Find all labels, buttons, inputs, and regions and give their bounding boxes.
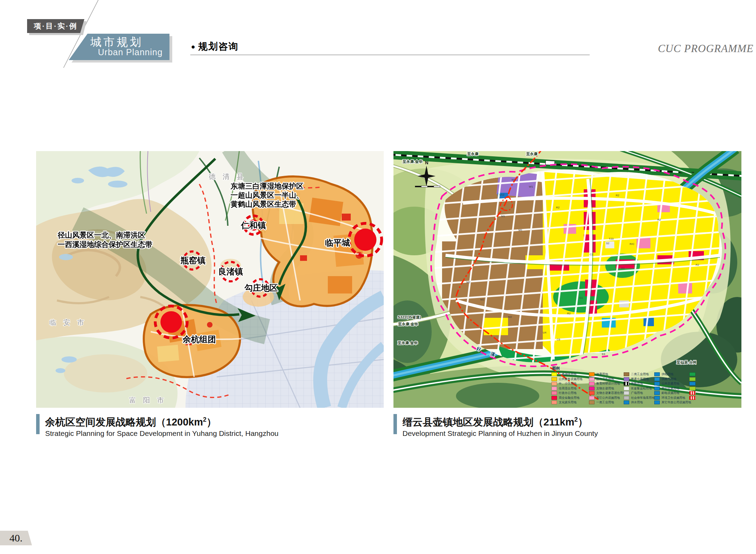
annotation-ne-line3: 黄鹤山风景区生态带: [230, 200, 296, 208]
legend-chip: [689, 396, 696, 400]
caption-accent-bar: [393, 414, 397, 434]
legend-label: 体育用地: [596, 373, 608, 376]
legend-chip: [654, 382, 660, 386]
legend-label: 公共交通用地: [662, 382, 679, 385]
legend-label: 供燃气用地: [662, 378, 676, 381]
svg-text:E6: E6: [602, 353, 605, 356]
svg-text:G1: G1: [579, 296, 583, 299]
annotation-ne-line2: 一超山风景区一半山、: [231, 191, 304, 199]
legend-chip: [551, 387, 557, 390]
page-number: 40.: [0, 531, 32, 545]
legend-label: 二类居住用地: [559, 373, 576, 376]
legend-label: 其它市政公用设施用地: [662, 401, 691, 404]
right-map-caption: 缙云县壶镇地区发展战略规划（211km2） Development Strate…: [393, 414, 598, 438]
svg-text:W1: W1: [529, 185, 533, 188]
legend-chip: [589, 396, 595, 400]
legend-label: 供电用地: [662, 373, 673, 376]
legend-label: 广场用地: [631, 391, 643, 395]
legend-chip: [654, 391, 660, 395]
legend-chip: [551, 400, 557, 404]
legend-label: 文物古迹兼容居住用地: [596, 391, 626, 395]
legend-chip: [551, 377, 557, 381]
legend-label: 其它交通用地: [662, 387, 679, 390]
label-to-yongkang-2: 至永康: [526, 152, 538, 156]
label-to-yongkang-jinhua-w1: 至永康.金华: [398, 322, 418, 326]
legend-label: 二类工业用地: [631, 373, 649, 376]
legend-chip: [589, 400, 595, 404]
svg-text:R/C: R/C: [630, 242, 634, 246]
legend-chip: [689, 372, 696, 376]
legend-chip: [624, 396, 629, 400]
svg-text:R2: R2: [616, 194, 620, 197]
svg-text:M1: M1: [518, 229, 523, 232]
annotation-w-line2: 一西溪湿地综合保护区生态带: [58, 240, 152, 248]
label-to-yongkang-jinhua-w2: 至永康.金华: [398, 341, 418, 345]
map-legend: 图例 二类居住用地公共服务设施用地中、小学用地住商混合用地行政办公用地商业金融业…: [551, 364, 741, 407]
legend-row: 邮电设施用地: [654, 391, 679, 395]
north-label: N: [425, 160, 428, 165]
header-rule: [190, 55, 590, 55]
left-caption-title-cn: 余杭区空间发展战略规划（1200km2）: [45, 414, 279, 428]
legend-row: 其它交通用地: [654, 387, 679, 390]
legend-chip: [551, 391, 557, 395]
legend-row: 住商混合用地: [551, 387, 576, 390]
legend-label: 铁路用地: [631, 382, 643, 385]
svg-text:W1: W1: [512, 178, 516, 181]
label-s322: S322(35省道): [398, 315, 421, 319]
label-gouzhuang-area: 勾庄地区: [244, 283, 278, 292]
project-example-tag: 项·目·实·例: [27, 19, 84, 33]
svg-text:M2: M2: [466, 281, 471, 284]
svg-text:U12: U12: [499, 193, 505, 196]
legend-row: 文化娱乐用地: [551, 400, 576, 404]
legend-chip: [654, 377, 660, 381]
svg-text:M2: M2: [480, 298, 484, 301]
svg-text:U4: U4: [543, 331, 547, 334]
legend-chip: [624, 372, 629, 376]
label-liangzhu-town: 良渚镇: [218, 267, 243, 276]
legend-chip: [589, 382, 595, 386]
page: 项·目·实·例 城市规划 Urban Planning ● 规划咨询 CUC P…: [0, 0, 756, 554]
legend-label: 环境卫生设施用地: [662, 396, 685, 399]
legend-label: 一类工业用地: [596, 401, 614, 404]
category-title-en: Urban Planning: [98, 47, 169, 57]
svg-text:R2: R2: [696, 263, 699, 266]
category-title-cn: 城市规划: [90, 36, 169, 48]
legend-row: 公共服务设施用地: [551, 377, 582, 381]
caption-accent-bar: [36, 414, 40, 434]
legend-chip: [689, 387, 696, 390]
legend-chip: [624, 391, 629, 395]
legend-chip: [654, 387, 660, 390]
legend-row: 二类居住用地: [551, 372, 576, 376]
legend-row: 广场用地: [624, 391, 643, 395]
legend-row: 二类工业用地: [624, 372, 649, 376]
legend-row: 供燃气用地: [654, 377, 676, 381]
project-example-tag-label: 项·目·实·例: [34, 21, 78, 31]
legend-row: 铁路用地: [624, 382, 643, 386]
legend-chip: [689, 377, 696, 381]
label-fuyang-city: 富 阳 市: [129, 396, 164, 404]
yuhang-map-panel: 德 清 县 临 安 市 富 阳 市 东塘三白潭湿地保护区 一超山风景区一半山、 …: [36, 151, 384, 408]
label-to-yongkang-jinhua-nw: 至永康.金华: [402, 159, 423, 164]
legend-columns: 二类居住用地公共服务设施用地中、小学用地住商混合用地行政办公用地商业金融业用地文…: [551, 364, 741, 407]
legend-chip: [589, 377, 595, 381]
legend-label: 行政办公用地: [559, 391, 576, 395]
legend-row: 文物古迹兼容居住用地: [589, 391, 626, 395]
legend-chip: [624, 400, 629, 404]
legend-chip: [551, 396, 557, 400]
legend-label: 长途客运站用地: [631, 387, 652, 390]
legend-row: 长途客运站用地: [624, 387, 652, 390]
legend-row: 公共交通用地: [654, 382, 679, 386]
legend-row: 供水用地: [624, 400, 643, 404]
legend-row: 供电用地: [654, 372, 673, 376]
svg-text:G1: G1: [621, 267, 625, 270]
legend-label: 住商混合用地: [559, 387, 576, 390]
label-to-yongkang-1: 至永康: [467, 152, 479, 156]
label-deqing-county: 德 清 县: [209, 173, 243, 180]
legend-label: 商业金融业用地: [559, 396, 580, 399]
legend-row: 行政办公用地: [551, 391, 576, 395]
legend-chip: [589, 372, 595, 376]
svg-text:S2: S2: [606, 242, 609, 245]
legend-chip: [689, 391, 696, 395]
label-yuhang-cluster: 余杭组团: [182, 334, 216, 344]
legend-row: 一类工业用地: [589, 400, 614, 404]
